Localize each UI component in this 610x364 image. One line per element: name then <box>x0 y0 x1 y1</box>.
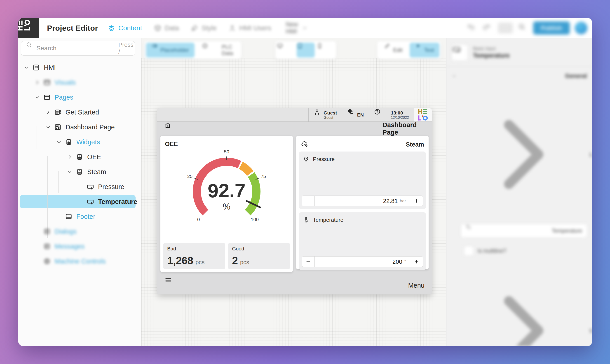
tree-item-footer[interactable]: Footer <box>18 209 141 224</box>
tree-item-hmi[interactable]: HMI <box>18 60 141 75</box>
gauge-value: 92.7 <box>208 180 245 201</box>
device-tablet-button[interactable] <box>297 43 315 58</box>
helio-logo-icon <box>18 18 39 39</box>
plc-icon <box>202 43 219 58</box>
decrement-button[interactable] <box>302 256 315 267</box>
temperature-value-input[interactable]: 200° <box>315 256 410 267</box>
chevron-down-icon[interactable] <box>33 93 41 102</box>
tree-item-widgets[interactable]: Widgets <box>18 135 141 149</box>
inspector-header: Basic Input Temperature <box>452 45 587 61</box>
chevron-right-icon[interactable] <box>33 78 41 87</box>
pages-icon <box>42 78 52 87</box>
chevron-down-icon[interactable] <box>66 168 74 176</box>
pressure-stepper: 22.81bar <box>302 195 423 206</box>
search-input[interactable] <box>36 44 118 52</box>
test-mode-button[interactable]: Test <box>410 43 439 58</box>
layers-icon <box>107 24 115 32</box>
tree-item-label: Steam <box>87 168 106 176</box>
increment-button[interactable] <box>410 256 423 267</box>
stepper-value: 200 <box>392 258 402 265</box>
widget-type-icon <box>452 45 468 61</box>
label-value-input[interactable]: Temperature <box>461 224 587 237</box>
tree-item-get-started[interactable]: Get Started <box>18 105 141 120</box>
tab-data[interactable]: Data <box>154 24 179 32</box>
publish-button[interactable]: Publish <box>533 21 570 35</box>
canvas: Placeholder PLC Data Edit <box>141 39 446 346</box>
search-box[interactable]: Press / <box>21 41 135 55</box>
oee-stat-good: Good2pcs <box>228 243 290 269</box>
chevron-spacer <box>55 212 63 221</box>
gauge-tick-label: 50 <box>224 149 229 154</box>
chevron-right-icon[interactable] <box>66 153 74 161</box>
tree-item-label: Machine Controls <box>55 258 106 265</box>
chevron-down-icon[interactable] <box>44 123 53 131</box>
widget-label: Pressure <box>313 156 335 162</box>
thermo-icon <box>303 216 310 223</box>
multiline-checkbox-row[interactable]: Is multiline? <box>464 246 587 256</box>
topbar: Project Editor ContentDataStyleHMI Users… <box>18 18 592 39</box>
chevron-down-icon[interactable] <box>55 138 63 146</box>
dashboard-icon <box>53 123 62 132</box>
tree-item-label: HMI <box>44 64 56 71</box>
helio-logo-dark[interactable] <box>18 18 39 39</box>
placeholder-icon <box>151 43 158 58</box>
tree-item-steam[interactable]: Steam <box>18 164 141 179</box>
tree-item-visuals[interactable]: Visuals <box>18 75 141 90</box>
pencil-icon <box>384 43 390 58</box>
placeholder-data-button[interactable]: Placeholder <box>146 43 195 58</box>
pressure-value-input[interactable]: 22.81bar <box>315 195 410 206</box>
tree-item-pressure[interactable]: Pressure <box>18 179 141 194</box>
mode-toolbar: Edit Test <box>377 41 441 59</box>
steam-pressure-widget: Pressure22.81bar <box>299 152 426 209</box>
user-cell[interactable]: Guest Guest <box>308 108 342 121</box>
tab-content[interactable]: Content <box>107 24 142 32</box>
tree-item-temperature[interactable]: Temperature <box>18 194 141 209</box>
increment-button[interactable] <box>410 195 423 206</box>
user-icon <box>314 108 320 121</box>
avatar[interactable] <box>575 22 587 34</box>
steam-widget-card[interactable]: Steam Pressure22.81barTemperature200° <box>296 136 429 269</box>
language-icon <box>347 108 354 121</box>
multiline-checkbox[interactable] <box>464 246 474 256</box>
project-selector[interactable]: New HMI <box>286 21 319 35</box>
widget-icon <box>75 167 84 176</box>
stat-label: Good <box>232 246 286 252</box>
language-cell[interactable]: EN <box>342 108 369 121</box>
project-editor-window: Project Editor ContentDataStyleHMI Users… <box>18 18 592 346</box>
help-icon <box>374 108 381 121</box>
tree-item-oee[interactable]: OEE <box>18 149 141 164</box>
user-role: Guest <box>324 116 337 120</box>
undo-button[interactable] <box>467 23 477 33</box>
tree-item-dialogs[interactable]: Dialogs <box>18 224 141 239</box>
chevron-down-icon[interactable] <box>22 63 31 72</box>
oee-widget-card[interactable]: OEE 025507510092.7% Bad1,268pcsGood2pcs <box>160 136 293 272</box>
tree-item-messages[interactable]: Messages <box>18 239 141 254</box>
input-icon <box>86 197 95 206</box>
dialog-icon <box>42 227 52 236</box>
edit-mode-button[interactable]: Edit <box>379 43 408 58</box>
tree-item-label: Visuals <box>55 79 76 86</box>
tree-item-dashboard-page[interactable]: Dashboard Page <box>18 120 141 135</box>
decrement-button[interactable] <box>302 195 315 206</box>
general-section-header[interactable]: General <box>452 73 587 79</box>
tree-item-machine-controls[interactable]: Machine Controls <box>18 254 141 269</box>
tab-style[interactable]: Style <box>191 24 217 32</box>
search-button[interactable] <box>518 23 528 33</box>
chevron-right-icon[interactable] <box>44 108 53 117</box>
tab-hmi-users[interactable]: HMI Users <box>228 24 271 32</box>
device-desktop-button[interactable] <box>277 43 295 58</box>
zoom-level-box[interactable] <box>498 23 513 33</box>
pages-icon <box>42 93 52 102</box>
stat-unit: pcs <box>195 259 204 266</box>
help-cell[interactable] <box>369 108 386 121</box>
plc-data-button[interactable]: PLC Data <box>196 43 240 58</box>
tree-item-pages[interactable]: Pages <box>18 90 141 105</box>
helio-logo-cell <box>414 108 432 121</box>
oee-stat-bad: Bad1,268pcs <box>163 243 225 269</box>
device-phone-button[interactable] <box>317 43 335 58</box>
inspector-content: Basic Input Temperature General Label <box>446 39 592 346</box>
tree-item-label: Temperature <box>98 198 137 206</box>
redo-button[interactable] <box>483 23 493 33</box>
preview-footer[interactable]: Menu <box>157 276 432 294</box>
gauge-segment <box>248 175 256 212</box>
